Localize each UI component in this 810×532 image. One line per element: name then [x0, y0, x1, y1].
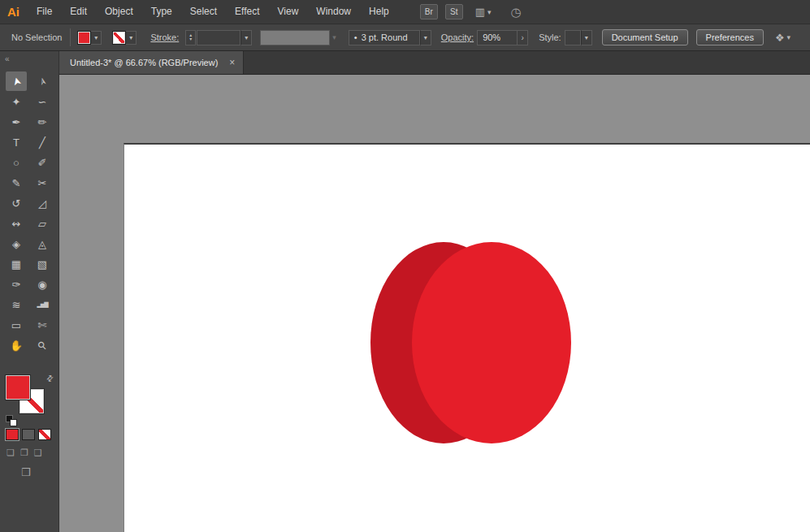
- direct-selection-tool[interactable]: ➢: [32, 71, 53, 91]
- scissors-tool-icon: ✂: [38, 177, 47, 189]
- artboard-tool[interactable]: ▭: [6, 315, 27, 335]
- workspace-caret-icon[interactable]: ▾: [487, 8, 492, 16]
- opacity-panel-arrow-icon[interactable]: ›: [518, 30, 528, 45]
- artboard[interactable]: [123, 143, 810, 532]
- selection-tool-icon: ➤: [9, 76, 23, 87]
- gradient-tool-icon: ▧: [37, 258, 47, 270]
- menu-bar: Ai File Edit Object Type Select Effect V…: [0, 0, 810, 24]
- free-transform-tool[interactable]: ▱: [32, 214, 53, 233]
- screen-mode-icon[interactable]: ❒: [21, 466, 31, 478]
- opacity-label[interactable]: Opacity:: [441, 32, 474, 42]
- preferences-button[interactable]: Preferences: [696, 29, 764, 45]
- sync-status-icon[interactable]: ◷: [511, 5, 522, 19]
- opacity-input[interactable]: 90%: [477, 30, 518, 45]
- direct-selection-tool-icon: ➢: [35, 76, 49, 87]
- pen-tool[interactable]: ✒: [6, 112, 27, 132]
- width-tool[interactable]: ↭: [6, 214, 27, 233]
- magic-wand-tool-icon: ✦: [12, 96, 21, 108]
- curvature-tool[interactable]: ✏: [32, 112, 53, 132]
- width-profile-caret-icon: ▾: [332, 33, 336, 41]
- menu-help[interactable]: Help: [360, 0, 398, 24]
- gradient-tool[interactable]: ▧: [32, 254, 53, 274]
- stroke-color-caret-icon[interactable]: ▾: [126, 31, 136, 45]
- swap-fill-stroke-icon[interactable]: ⇄: [44, 373, 55, 384]
- apple-right-lobe[interactable]: [412, 242, 571, 443]
- scale-tool[interactable]: ◿: [32, 193, 53, 213]
- document-setup-button[interactable]: Document Setup: [602, 29, 688, 45]
- menu-window[interactable]: Window: [307, 0, 360, 24]
- slice-tool[interactable]: ✄: [32, 315, 53, 335]
- symbol-sprayer-tool[interactable]: ≋: [6, 295, 27, 314]
- style-caret-icon[interactable]: ▾: [581, 30, 592, 45]
- workspace-switcher-icon[interactable]: ▥: [475, 0, 485, 24]
- stroke-weight-stepper[interactable]: ▴ ▾: [185, 30, 196, 45]
- draw-inside-icon[interactable]: ❑: [34, 448, 42, 458]
- stroke-weight-combo[interactable]: [197, 30, 240, 45]
- blend-tool[interactable]: ◉: [32, 275, 53, 294]
- rotate-tool[interactable]: ↺: [6, 193, 27, 213]
- perspective-grid-tool-icon: ◬: [38, 238, 46, 250]
- bridge-button[interactable]: Br: [420, 4, 438, 19]
- paintbrush-tool[interactable]: ✐: [32, 153, 53, 172]
- mesh-tool[interactable]: ▦: [6, 254, 27, 274]
- menu-view[interactable]: View: [269, 0, 308, 24]
- stock-button[interactable]: St: [445, 4, 463, 19]
- divider: [70, 28, 71, 46]
- paintbrush-tool-icon: ✐: [38, 157, 47, 169]
- menu-file[interactable]: File: [28, 0, 61, 24]
- symbol-sprayer-tool-icon: ≋: [12, 299, 21, 311]
- scissors-tool[interactable]: ✂: [32, 173, 53, 192]
- stroke-color-swatch[interactable]: [112, 31, 126, 45]
- tools-panel: « ➤ ➢ ✦ ∽ ✒ ✏ T ╱ ○ ✐ ✎ ✂ ↺ ◿ ↭ ▱ ◈ ◬ ▦ …: [0, 51, 59, 532]
- selection-tool[interactable]: ➤: [6, 71, 27, 91]
- free-transform-tool-icon: ▱: [38, 218, 46, 230]
- menu-edit[interactable]: Edit: [61, 0, 96, 24]
- artboard-tool-icon: ▭: [11, 319, 21, 331]
- menu-select[interactable]: Select: [181, 0, 226, 24]
- document-tab-bar: Untitled-3* @ 66.67% (RGB/Preview) ×: [59, 51, 810, 75]
- fill-color-swatch[interactable]: [77, 31, 91, 45]
- menu-effect[interactable]: Effect: [226, 0, 268, 24]
- document-tab[interactable]: Untitled-3* @ 66.67% (RGB/Preview) ×: [59, 51, 244, 74]
- pencil-tool[interactable]: ✎: [6, 173, 27, 192]
- style-combo[interactable]: [565, 30, 581, 45]
- draw-normal-icon[interactable]: ❏: [6, 448, 15, 458]
- arrange-caret-icon[interactable]: ▾: [787, 33, 791, 41]
- ellipse-tool[interactable]: ○: [6, 153, 27, 172]
- eyedropper-tool[interactable]: ✑: [6, 275, 27, 294]
- type-tool[interactable]: T: [6, 132, 27, 152]
- shape-builder-tool[interactable]: ◈: [6, 234, 27, 253]
- document-tab-title: Untitled-3* @ 66.67% (RGB/Preview): [70, 58, 218, 67]
- stepper-down-icon[interactable]: ▾: [189, 37, 192, 41]
- zoom-tool[interactable]: ⚲: [32, 335, 53, 355]
- width-tool-icon: ↭: [12, 218, 21, 230]
- stroke-label[interactable]: Stroke:: [150, 32, 179, 42]
- mesh-tool-icon: ▦: [11, 258, 21, 270]
- drawing-mode-buttons: ❏ ❐ ❑: [6, 448, 42, 458]
- none-button[interactable]: [38, 429, 51, 440]
- draw-behind-icon[interactable]: ❐: [20, 448, 28, 458]
- tab-close-icon[interactable]: ×: [229, 57, 235, 68]
- lasso-tool[interactable]: ∽: [32, 92, 53, 111]
- column-graph-tool[interactable]: ▂▅▇: [32, 295, 53, 314]
- canvas-pasteboard[interactable]: [60, 75, 810, 532]
- line-segment-tool[interactable]: ╱: [32, 132, 53, 152]
- color-button[interactable]: [6, 429, 19, 440]
- arrange-documents-icon[interactable]: ❖: [775, 32, 785, 44]
- panel-collapse-icon[interactable]: «: [0, 51, 58, 63]
- perspective-grid-tool[interactable]: ◬: [32, 234, 53, 253]
- default-fill-stroke-icon[interactable]: [6, 415, 17, 426]
- brush-caret-icon[interactable]: ▾: [420, 30, 431, 45]
- brush-definition-combo[interactable]: • 3 pt. Round: [349, 30, 420, 45]
- fill-swatch[interactable]: [6, 375, 30, 400]
- menu-object[interactable]: Object: [96, 0, 142, 24]
- stroke-weight-caret-icon[interactable]: ▾: [240, 30, 252, 45]
- apple-shape[interactable]: [368, 240, 573, 445]
- fill-color-caret-icon[interactable]: ▾: [91, 31, 102, 45]
- menu-type[interactable]: Type: [142, 0, 181, 24]
- hand-tool[interactable]: ✋: [6, 335, 27, 355]
- magic-wand-tool[interactable]: ✦: [6, 92, 27, 111]
- curvature-tool-icon: ✏: [38, 116, 47, 128]
- column-graph-tool-icon: ▂▅▇: [37, 301, 47, 308]
- gradient-button[interactable]: [22, 429, 35, 440]
